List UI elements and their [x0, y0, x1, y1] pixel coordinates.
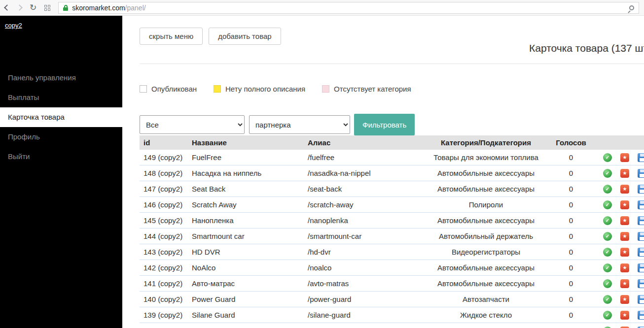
published-check-icon[interactable]: ✓ — [603, 169, 612, 178]
sidebar-item-payouts[interactable]: Выплаты — [0, 88, 122, 107]
sidebar-item-product-card[interactable]: Карточка товара — [0, 107, 122, 127]
star-icon[interactable]: ★ — [620, 327, 629, 328]
table-row: 147 (copy2) Seat Back /seat-back Автомоб… — [140, 181, 644, 197]
cell-id: 142 (copy2) — [140, 263, 189, 272]
cell-id: 139 (copy2) — [140, 311, 189, 319]
cell-name: NoAlco — [189, 263, 305, 272]
cell-category: Автомобильные аксессуары — [428, 263, 544, 272]
star-icon[interactable]: ★ — [620, 216, 629, 225]
filter-no-description[interactable]: Нету полного описания — [214, 85, 305, 93]
filter-no-category[interactable]: Отсутствует категория — [322, 85, 411, 93]
cell-actions: ✓ ★ — [598, 279, 644, 288]
cell-name: Power Guard — [189, 295, 305, 303]
address-bar[interactable]: skoromarket.com/panel/ — [58, 2, 639, 14]
cell-votes: 0 — [544, 200, 598, 209]
published-check-icon[interactable]: ✓ — [603, 263, 612, 272]
save-icon[interactable] — [638, 311, 644, 320]
cell-votes: 0 — [544, 185, 598, 193]
url-host: skoromarket.com — [72, 4, 125, 12]
sidebar-item-logout[interactable]: Выйти — [0, 147, 122, 166]
published-check-icon[interactable]: ✓ — [603, 295, 612, 304]
cell-actions: ✓ ★ — [598, 295, 644, 304]
star-icon[interactable]: ★ — [620, 295, 629, 304]
table-body: 149 (copy2) FuelFree /fuelfree Товары дл… — [140, 150, 644, 328]
add-product-button[interactable]: добавить товар — [209, 28, 281, 45]
back-icon[interactable] — [4, 4, 10, 11]
cell-id: 140 (copy2) — [140, 295, 189, 303]
save-icon[interactable] — [638, 153, 644, 162]
cell-category: Автомобильные аксессуары — [428, 279, 544, 288]
table-row: 146 (copy2) Scratch Away /scratch-away П… — [140, 197, 644, 213]
brand-link[interactable]: copy2 — [5, 22, 22, 29]
cell-actions: ✓ ★ — [598, 153, 644, 162]
save-icon[interactable] — [638, 185, 644, 194]
cell-id: 147 (copy2) — [140, 185, 189, 193]
published-check-icon[interactable]: ✓ — [603, 279, 612, 288]
published-check-icon[interactable]: ✓ — [603, 248, 612, 257]
no-description-checkbox[interactable] — [214, 85, 221, 93]
header-name: Название — [189, 138, 305, 147]
table-row: 145 (copy2) Нанопленка /nanoplenka Автом… — [140, 213, 644, 229]
sidebar: copy2 Панель управления Выплаты Карточка… — [0, 16, 122, 328]
published-check-icon[interactable]: ✓ — [603, 216, 612, 225]
table-row: 148 (copy2) Насадка на ниппель /nasadka-… — [140, 165, 644, 181]
published-check-icon[interactable]: ✓ — [603, 200, 612, 209]
published-check-icon[interactable]: ✓ — [603, 185, 612, 194]
save-icon[interactable] — [638, 216, 644, 225]
hide-menu-button[interactable]: скрыть меню — [140, 28, 203, 45]
published-check-icon[interactable]: ✓ — [603, 153, 612, 162]
cell-id: 145 (copy2) — [140, 216, 189, 225]
url-text: skoromarket.com/panel/ — [72, 4, 145, 12]
cell-category: Автозапчасти — [428, 295, 544, 303]
star-icon[interactable]: ★ — [620, 248, 629, 257]
save-icon[interactable] — [638, 263, 644, 272]
published-check-icon[interactable]: ✓ — [603, 232, 612, 241]
cell-alias: /nanoplenka — [305, 216, 428, 225]
filter-button[interactable]: Фильтровать — [354, 114, 415, 135]
cell-votes: 0 — [544, 248, 598, 256]
cell-category: Автомобильные аксессуары — [428, 216, 544, 225]
star-icon[interactable]: ★ — [620, 200, 629, 209]
cell-alias: /hd-dvr — [305, 248, 428, 256]
no-category-checkbox[interactable] — [322, 85, 329, 93]
published-checkbox[interactable] — [140, 85, 147, 93]
table-row: 149 (copy2) FuelFree /fuelfree Товары дл… — [140, 150, 644, 165]
search-icon[interactable] — [629, 5, 634, 10]
sidebar-item-profile[interactable]: Профиль — [0, 127, 122, 147]
filter-published[interactable]: Опубликован — [140, 85, 197, 93]
star-icon[interactable]: ★ — [620, 169, 629, 178]
published-check-icon[interactable]: ✓ — [603, 311, 612, 320]
cell-votes: 0 — [544, 279, 598, 288]
table-row: 143 (copy2) HD DVR /hd-dvr Видеорегистра… — [140, 244, 644, 260]
star-icon[interactable]: ★ — [620, 232, 629, 241]
save-icon[interactable] — [638, 295, 644, 304]
save-icon[interactable] — [638, 279, 644, 288]
cell-category: Товары для экономии топлива — [428, 153, 544, 162]
filter-checkboxes: Опубликован Нету полного описания Отсутс… — [140, 85, 644, 93]
cell-alias: /smartmount-car — [305, 232, 428, 240]
star-icon[interactable]: ★ — [620, 311, 629, 320]
status-select[interactable]: Все — [140, 115, 245, 134]
save-icon[interactable] — [638, 327, 644, 328]
sidebar-item-dashboard[interactable]: Панель управления — [0, 68, 122, 88]
save-icon[interactable] — [638, 232, 644, 241]
save-icon[interactable] — [638, 248, 644, 257]
partner-select[interactable]: партнерка — [249, 115, 350, 134]
cell-votes: 0 — [544, 263, 598, 272]
cell-category: Автомобильные аксессуары — [428, 169, 544, 177]
save-icon[interactable] — [638, 200, 644, 209]
star-icon[interactable]: ★ — [620, 185, 629, 194]
published-label: Опубликован — [151, 85, 197, 93]
star-icon[interactable]: ★ — [620, 263, 629, 272]
divider — [140, 64, 644, 64]
star-icon[interactable]: ★ — [620, 153, 629, 162]
forward-icon[interactable] — [16, 4, 23, 11]
cell-id: 143 (copy2) — [140, 248, 189, 256]
apps-grid-icon[interactable] — [44, 5, 50, 11]
published-check-icon[interactable]: ✓ — [603, 327, 612, 328]
cell-id: 141 (copy2) — [140, 279, 189, 288]
refresh-icon[interactable]: ↻ — [30, 3, 36, 12]
star-icon[interactable]: ★ — [620, 279, 629, 288]
table-row: 140 (copy2) Power Guard /power-guard Авт… — [140, 292, 644, 307]
save-icon[interactable] — [638, 169, 644, 178]
